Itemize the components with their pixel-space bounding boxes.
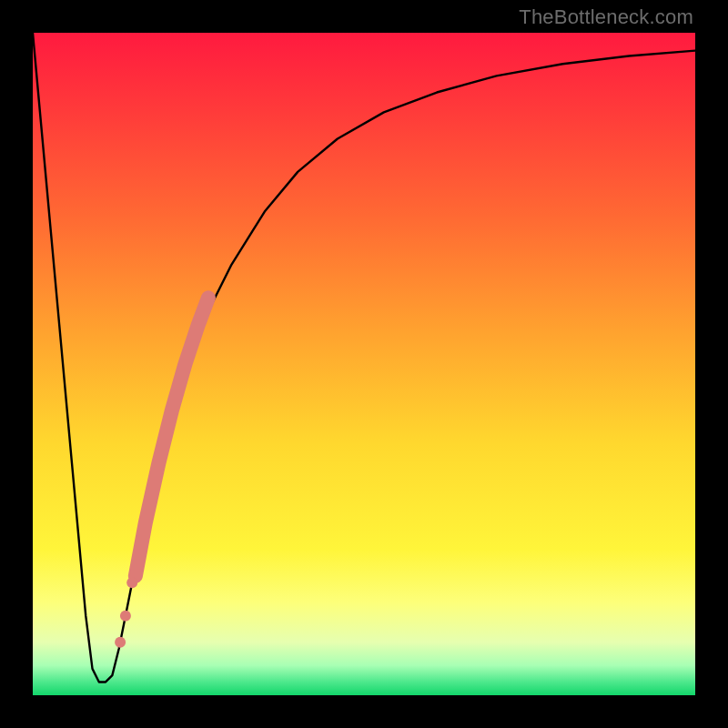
chart-frame: TheBottleneck.com [0,0,728,728]
highlight-dot [126,577,137,588]
watermark-text: TheBottleneck.com [519,5,693,29]
highlight-dots [115,577,137,648]
highlight-dot [115,637,126,648]
highlight-dot [120,611,131,622]
highlight-segment [136,298,208,576]
plot-area [33,33,695,695]
chart-svg [33,33,695,695]
